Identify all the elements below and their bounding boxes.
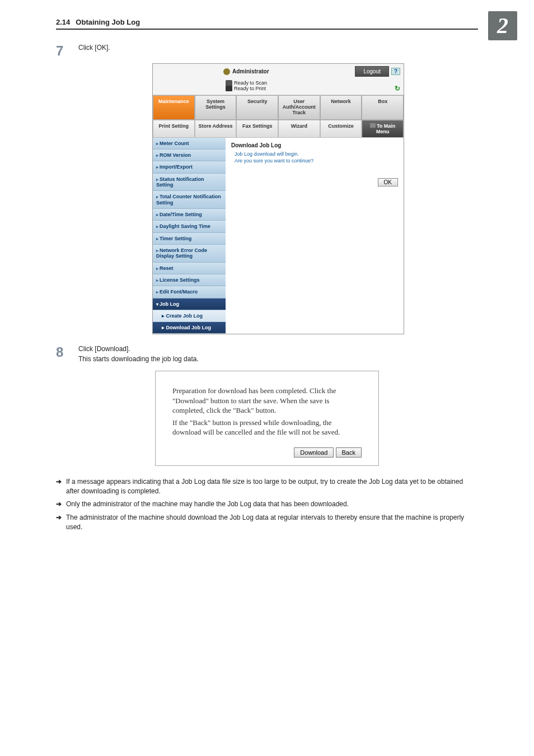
side-network-error[interactable]: Network Error Code Display Setting [153, 245, 226, 263]
step-number: 8 [56, 344, 78, 364]
step-8: 8 Click [Download]. This starts download… [56, 344, 478, 364]
section-number: 2.14 [56, 18, 70, 26]
step8-line1: Click [Download]. [78, 344, 478, 354]
tab-box[interactable]: Box [362, 95, 404, 120]
side-edit-font[interactable]: Edit Font/Macro [153, 286, 226, 298]
section-title: Obtaining Job Log [76, 18, 140, 26]
status-scan: Ready to Scan [234, 80, 267, 86]
step-text: Click [OK]. [78, 43, 478, 59]
subtab-customize[interactable]: Customize [320, 120, 362, 138]
side-import-export[interactable]: Import/Export [153, 161, 226, 173]
subtab-to-main-menu[interactable]: To Main Menu [362, 120, 404, 138]
arrow-icon: ➔ [56, 477, 62, 497]
ok-button[interactable]: OK [378, 178, 398, 186]
side-status-notification[interactable]: Status Notification Setting [153, 174, 226, 192]
arrow-icon: ➔ [56, 500, 62, 509]
note-2: Only the administrator of the machine ma… [66, 500, 349, 509]
status-print: Ready to Print [234, 86, 266, 91]
main-msg1: Job Log download will begin. [235, 151, 398, 158]
subtab-wizard[interactable]: Wizard [278, 120, 320, 138]
side-download-job-log-label: Download Job Log [166, 325, 212, 330]
admin-label: Administrator [223, 68, 269, 75]
download-button[interactable]: Download [294, 447, 334, 458]
side-total-counter[interactable]: Total Counter Notification Setting [153, 191, 226, 209]
scan-icon [226, 80, 232, 86]
subtab-print-setting[interactable]: Print Setting [153, 120, 195, 138]
section-header: 2.14 Obtaining Job Log [56, 18, 478, 30]
subtab-to-main-menu-label: To Main Menu [376, 123, 395, 134]
back-button[interactable]: Back [336, 447, 362, 458]
subtab-store-address[interactable]: Store Address [195, 120, 237, 138]
main-menu-icon [370, 123, 376, 128]
side-date-time[interactable]: Date/Time Setting [153, 209, 226, 221]
help-icon[interactable]: ? [391, 68, 400, 75]
side-create-job-log[interactable]: ▸ Create Job Log [153, 310, 226, 322]
tab-maintenance[interactable]: Maintenance [153, 95, 195, 120]
tab-user-auth[interactable]: User Auth/Account Track [278, 95, 320, 120]
download-dialog: Preparation for download has been comple… [155, 371, 379, 466]
tab-network[interactable]: Network [320, 95, 362, 120]
dialog-p2: If the "Back" button is pressed while do… [172, 418, 362, 437]
main-msg2: Are you sure you want to continue? [235, 157, 398, 165]
notes-list: ➔If a message appears indicating that a … [56, 477, 478, 533]
tab-system-settings[interactable]: System Settings [195, 95, 237, 120]
dialog-p1: Preparation for download has been comple… [172, 386, 362, 416]
side-job-log[interactable]: Job Log [153, 298, 226, 310]
subtab-fax-settings[interactable]: Fax Settings [236, 120, 278, 138]
side-daylight[interactable]: Daylight Saving Time [153, 221, 226, 232]
step8-line2: This starts downloading the job log data… [78, 354, 478, 364]
side-license[interactable]: License Settings [153, 274, 226, 286]
side-download-job-log[interactable]: ▸ Download Job Log [153, 322, 226, 334]
admin-icon [223, 68, 230, 75]
side-rom-version[interactable]: ROM Version [153, 150, 226, 161]
arrow-icon: ➔ [56, 513, 62, 533]
main-heading: Download Job Log [231, 142, 398, 148]
admin-sidebar: Meter Count ROM Version Import/Export St… [153, 138, 226, 334]
note-1: If a message appears indicating that a J… [66, 477, 478, 497]
print-icon [226, 86, 232, 91]
side-meter-count[interactable]: Meter Count [153, 138, 226, 150]
admin-title: Administrator [232, 68, 269, 74]
side-reset[interactable]: Reset [153, 263, 226, 274]
admin-screenshot: Administrator Logout ? Ready to Scan Rea… [78, 63, 478, 334]
logout-button[interactable]: Logout [355, 66, 389, 77]
step-number: 7 [56, 43, 78, 59]
refresh-icon[interactable]: ↻ [395, 85, 400, 92]
admin-main: Download Job Log Job Log download will b… [226, 138, 404, 334]
page-brand-badge: 2 [488, 11, 517, 40]
side-create-job-log-label: Create Job Log [166, 313, 203, 319]
side-timer[interactable]: Timer Setting [153, 233, 226, 245]
tab-security[interactable]: Security [236, 95, 278, 120]
note-3: The administrator of the machine should … [66, 513, 478, 533]
step-7: 7 Click [OK]. [56, 43, 478, 59]
